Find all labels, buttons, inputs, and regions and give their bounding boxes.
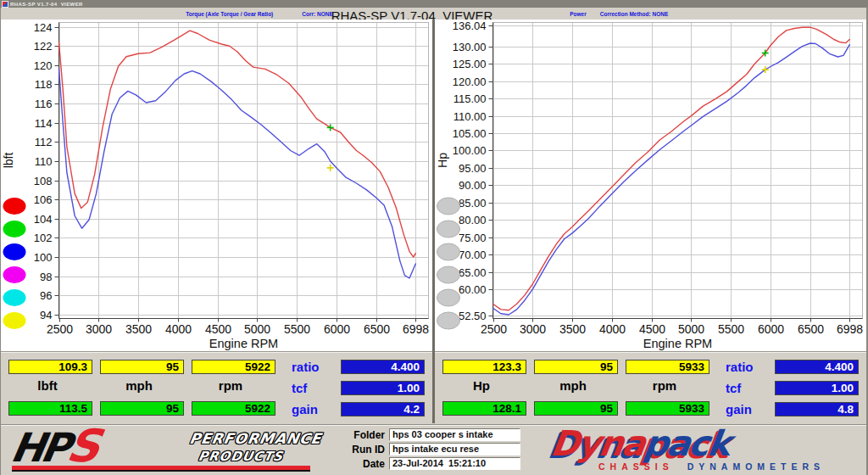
legend-dot-gray-2[interactable] [437,221,460,238]
legend [3,198,26,329]
legend-dot-magenta[interactable] [3,266,26,283]
viewer-window: RHAS-SP V1.7-04 VIEWER RHAS-SP V1.7-04 V… [0,0,868,475]
date-label: Date [315,458,389,470]
y-tick-label: 108 [34,175,53,187]
power-corr-label: Correction Method: NONE [600,11,669,17]
series [493,27,850,315]
y-tick-label: 90.00 [459,179,487,192]
hps-logo: HPS PERFORMANCE PRODUCTS [12,427,310,471]
dynapack-dynamometers-text: DYNAMOMETERS [687,461,825,472]
y-tick-label: 115.00 [453,92,487,105]
torque-chart-panel: 9496981001021041061081101121141161181201… [1,20,432,351]
tcf-value: 1.00 [341,381,425,395]
mph-unit-label: mph [99,378,179,393]
legend-dot-cyan[interactable] [3,289,26,306]
tcf-label: tcf [292,381,307,395]
torque-chart: 9496981001021041061081101121141161181201… [1,20,432,351]
power-chart-caption: PowerCorrection Method: NONE [564,5,668,23]
y-tick-label: 114 [35,117,53,130]
torque-chart-caption: Torque (Axle Torque / Gear Ratio)Corr: N… [180,5,333,23]
folder-field[interactable]: hps 03 cooper s intake [389,428,520,441]
date-row: Date 23-Jul-2014 15:21:10 [315,457,520,470]
x-tick-label: 2500 [47,322,73,336]
hps-performance-text: PERFORMANCE [188,430,323,447]
power-unit-label: Hp [442,378,521,393]
cursor2-rpm-value: 5922 [192,401,275,416]
torque-readout-table: 109.3 95 5922 lbft mph rpm 113.5 95 5922… [0,352,434,424]
torque-unit-label: lbft [8,378,87,393]
dynapack-logo-text: Dynapack [548,423,732,464]
x-tick-label: 3000 [86,322,112,336]
y-tick-label: 124 [34,21,53,34]
legend-dot-gray-3[interactable] [437,243,460,260]
cursor1-mph-value: 95 [100,360,184,374]
torque-run-blue [59,69,416,278]
tcf-label: tcf [726,381,741,395]
cursor2-power-value: 128.1 [442,401,526,416]
ratio-value: 4.400 [341,360,425,374]
run-id-field[interactable]: hps intake ecu rese [389,443,520,455]
gridlines [59,23,429,319]
y-tick-label: 100.00 [453,144,487,157]
cursor2-torque-value: 113.5 [8,401,92,416]
y-tick-label: 110 [35,155,53,168]
legend [437,198,460,329]
y-axis-title: lbft [2,153,15,169]
y-tick-label: 60.00 [459,283,487,296]
run-id-label: Run ID [315,444,389,455]
gain-value: 4.8 [775,402,859,416]
y-tick-label: 116 [35,98,53,110]
x-tick-label: 6000 [324,322,350,336]
footer: HPS PERFORMANCE PRODUCTS Folder hps 03 c… [0,424,868,475]
y-axis-title: Hp [436,153,449,168]
x-axis-title: Engine RPM [209,337,278,350]
axes [489,23,863,322]
y-tick-label: 75.00 [459,232,487,244]
y-tick-label: 52.50 [459,310,487,322]
folder-row: Folder hps 03 cooper s intake [315,428,520,441]
y-tick-label: 80.00 [459,214,487,226]
cursor2-mph-value: 95 [100,401,184,416]
y-tick-label: 130.00 [453,41,487,53]
tcf-value: 1.00 [775,381,859,395]
hps-red-bar [12,466,310,472]
legend-dot-red[interactable] [3,198,26,215]
cursor1-power-value: 123.3 [442,360,526,374]
window-titlebar[interactable]: RHAS-SP V1.7-04 VIEWER [0,0,868,8]
y-tick-label: 70.00 [459,249,487,261]
cursor2-mph-value: 95 [534,401,618,416]
folder-label: Folder [315,429,389,441]
y-tick-label: 120.00 [453,75,487,88]
y-tick-label: 122 [34,40,53,53]
legend-dot-gray-5[interactable] [437,289,460,306]
hps-hp-text: HP [8,424,71,471]
x-tick-label: 4500 [639,322,665,336]
rpm-unit-label: rpm [191,378,270,393]
x-tick-label: 4000 [165,322,192,336]
cursor1-rpm-value: 5933 [626,360,709,374]
y-tick-label: 102 [34,232,53,244]
hps-products-text: PRODUCTS [197,449,320,464]
hps-logo-text: HPS [8,420,103,472]
ratio-label: ratio [292,360,320,374]
legend-dot-green[interactable] [3,221,26,238]
legend-dot-gray-4[interactable] [437,266,460,283]
x-axis-labels: 2500300035004000450050005500600065006998… [47,322,429,350]
legend-dot-yellow[interactable] [3,312,26,329]
x-tick-label: 6500 [798,322,824,336]
y-tick-label: 65.00 [459,266,487,279]
legend-dot-gray-1[interactable] [437,198,460,215]
window-title: RHAS-SP V1.7-04 VIEWER [10,2,83,7]
date-field[interactable]: 23-Jul-2014 15:21:10 [389,457,520,470]
y-tick-label: 120 [34,59,53,72]
legend-dot-blue[interactable] [3,243,26,260]
x-tick-label: 3000 [520,322,546,336]
run-id-row: Run ID hps intake ecu rese [315,443,520,455]
x-tick-label: 6998 [403,322,429,336]
gain-label: gain [726,402,752,416]
ratio-value: 4.400 [775,360,859,374]
left-edge [0,8,1,475]
torque-corr-label: Corr: NONE [302,11,332,17]
x-tick-label: 4000 [599,322,626,336]
legend-dot-gray-6[interactable] [437,312,460,329]
